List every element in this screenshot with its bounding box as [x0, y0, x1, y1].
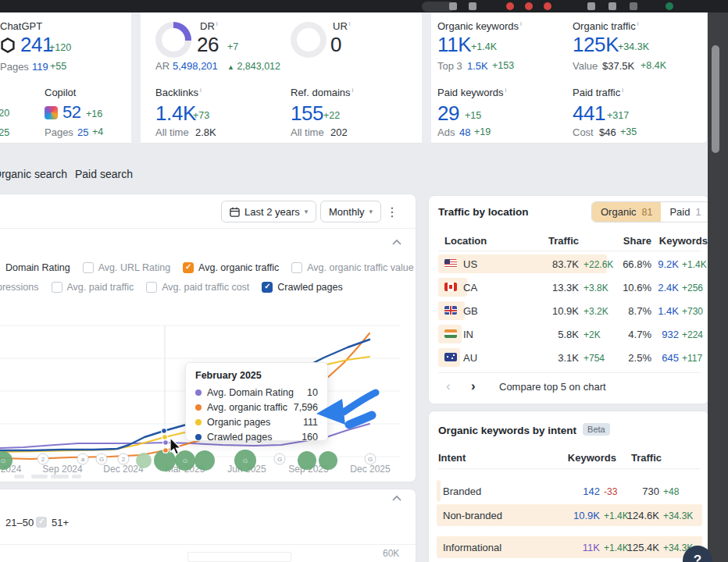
pager-prev-icon[interactable]: ‹ — [446, 379, 451, 394]
legend-avg-paid-traffic[interactable]: Avg. paid traffic — [52, 282, 134, 293]
col-header-keywords[interactable]: Keywords — [554, 452, 616, 464]
info-icon[interactable]: i — [505, 87, 507, 94]
keywords-value[interactable]: 645 — [641, 352, 679, 364]
chatgpt-mentions-value[interactable]: 241 — [20, 33, 53, 57]
extension-icon[interactable] — [449, 2, 457, 10]
card-divider — [131, 12, 141, 144]
checkbox-icon[interactable] — [291, 262, 302, 273]
col-header-traffic[interactable]: Traffic — [631, 452, 662, 464]
location-row-au[interactable]: AU 3.1K +754 2.5% 645 +117 — [438, 347, 702, 368]
toggle-organic[interactable]: Organic81 — [592, 202, 661, 222]
kebab-menu-icon[interactable]: ⋮ — [384, 205, 400, 219]
granularity-button[interactable]: Monthly▾ — [320, 201, 381, 222]
checkbox-icon[interactable] — [36, 517, 47, 528]
keywords-delta: -33 — [604, 486, 617, 497]
extension-icon[interactable] — [544, 2, 551, 10]
legend-avg-url-rating[interactable]: Avg. URL Rating — [83, 262, 170, 273]
pages-value[interactable]: 25 — [77, 126, 88, 138]
paid-traffic-value[interactable]: 441 — [573, 101, 605, 126]
cost-delta: +35 — [620, 126, 637, 137]
positions-filter-21-50[interactable]: 21–50 — [5, 517, 34, 528]
extension-icon[interactable] — [469, 2, 476, 10]
ca-flag-icon — [444, 283, 457, 291]
info-icon[interactable]: i — [520, 20, 522, 27]
backlinks-value[interactable]: 1.4K — [155, 101, 196, 126]
info-icon[interactable]: i — [637, 20, 639, 27]
location-row-us[interactable]: US 83.7K +22.6K 66.8% 9.2K +1.4K — [438, 253, 702, 275]
collapse-chevron-icon[interactable] — [391, 239, 402, 246]
col-header-intent[interactable]: Intent — [438, 452, 466, 464]
compare-top5-link[interactable]: Compare top 5 on chart — [499, 381, 606, 393]
location-row-ca[interactable]: CA 13.3K +3.8K 10.6% 2.4K +256 — [438, 276, 702, 298]
country-code: US — [463, 258, 477, 270]
alltime-label: All time — [155, 126, 189, 138]
paid-keywords-delta: +15 — [465, 110, 481, 121]
keywords-by-intent-card: Organic keywords by intentBeta Intent Ke… — [428, 411, 709, 562]
ur-label: URi — [333, 20, 351, 32]
organic-traffic-value[interactable]: 125K — [573, 33, 619, 57]
intent-row-informational[interactable]: Informational 11K +1.4K 125.4K +34.3K — [437, 536, 702, 558]
copilot-mentions-value[interactable]: 52 — [62, 102, 81, 123]
keywords-delta: +224 — [682, 329, 703, 340]
keywords-value[interactable]: 11K — [538, 542, 600, 553]
date-range-button[interactable]: Last 2 years▾ — [221, 201, 316, 222]
legend-avg-organic-traffic[interactable]: Avg. organic traffic — [183, 262, 279, 273]
extension-icon[interactable] — [630, 2, 637, 10]
intent-bar — [437, 480, 441, 502]
info-icon[interactable]: i — [216, 20, 218, 27]
collapse-chevron-icon[interactable] — [391, 495, 402, 502]
checkbox-icon[interactable] — [52, 282, 62, 293]
info-icon[interactable]: i — [200, 87, 202, 94]
legend-crawled-pages[interactable]: Crawled pages — [262, 282, 342, 293]
intent-row-branded[interactable]: Branded 142 -33 730 +48 — [437, 480, 702, 502]
top3-value[interactable]: 1.5K — [467, 60, 488, 72]
organic-keywords-value[interactable]: 11K — [437, 33, 471, 57]
extension-icon[interactable] — [608, 2, 616, 10]
legend-impressions[interactable]: pressions — [0, 282, 39, 293]
pages-value[interactable]: 119 — [32, 61, 48, 73]
toggle-paid[interactable]: Paid1 — [661, 202, 709, 222]
checkbox-icon[interactable] — [262, 282, 273, 293]
col-header-traffic[interactable]: Traffic — [515, 235, 579, 247]
legend-domain-rating[interactable]: Domain Rating — [5, 262, 70, 273]
clipped-delta: +25 — [0, 127, 9, 138]
ref-domains-value[interactable]: 155 — [291, 101, 323, 126]
tab-paid-search[interactable]: Paid search — [75, 168, 133, 180]
pages-label: Pages — [45, 126, 73, 138]
pages-delta: +4 — [92, 126, 103, 137]
extension-icon[interactable] — [506, 2, 514, 10]
intent-row-non-branded[interactable]: Non-branded 10.9K +1.4K 124.6K +34.3K — [437, 504, 702, 526]
tooltip-row: Crawled pages160 — [195, 429, 318, 444]
keywords-value[interactable]: 142 — [538, 486, 600, 497]
col-header-keywords[interactable]: Keywords — [640, 235, 708, 247]
extension-icon[interactable] — [587, 2, 595, 10]
ar-value[interactable]: 5,498,201 — [173, 60, 218, 72]
checkbox-icon[interactable] — [83, 262, 94, 273]
col-header-location[interactable]: Location — [444, 235, 487, 247]
profile-icon[interactable] — [666, 2, 673, 10]
paid-keywords-value[interactable]: 29 — [437, 101, 459, 126]
location-row-in[interactable]: IN 5.8K +2K 4.7% 932 +224 — [438, 323, 702, 345]
keywords-value[interactable]: 9.2K — [641, 258, 679, 270]
pages-label: Pages — [0, 61, 29, 73]
extension-icon[interactable] — [525, 2, 533, 10]
legend-avg-paid-traffic-cost[interactable]: Avg. paid traffic cost — [146, 282, 249, 293]
checkbox-icon[interactable] — [146, 282, 157, 293]
info-icon[interactable]: i — [352, 87, 354, 94]
traffic-delta: +2K — [583, 329, 601, 340]
tab-organic-search[interactable]: Organic search — [0, 168, 67, 180]
info-icon[interactable]: i — [349, 20, 351, 27]
keywords-value[interactable]: 932 — [641, 329, 679, 340]
keywords-value[interactable]: 1.4K — [641, 305, 679, 317]
scrollbar-thumb[interactable] — [712, 45, 719, 153]
ads-value[interactable]: 48 — [459, 126, 470, 138]
keywords-value[interactable]: 10.9K — [538, 510, 600, 521]
keywords-value[interactable]: 2.4K — [641, 282, 679, 293]
positions-filter-51-plus[interactable]: 51+ — [52, 517, 69, 528]
country-code: AU — [463, 352, 477, 364]
pager-next-icon[interactable]: › — [471, 379, 476, 394]
legend-avg-organic-traffic-value[interactable]: Avg. organic traffic value — [291, 262, 413, 273]
checkbox-icon[interactable] — [183, 262, 194, 273]
location-row-gb[interactable]: GB 10.9K +3.2K 8.7% 1.4K +730 — [438, 300, 702, 322]
info-icon[interactable]: i — [622, 87, 623, 94]
